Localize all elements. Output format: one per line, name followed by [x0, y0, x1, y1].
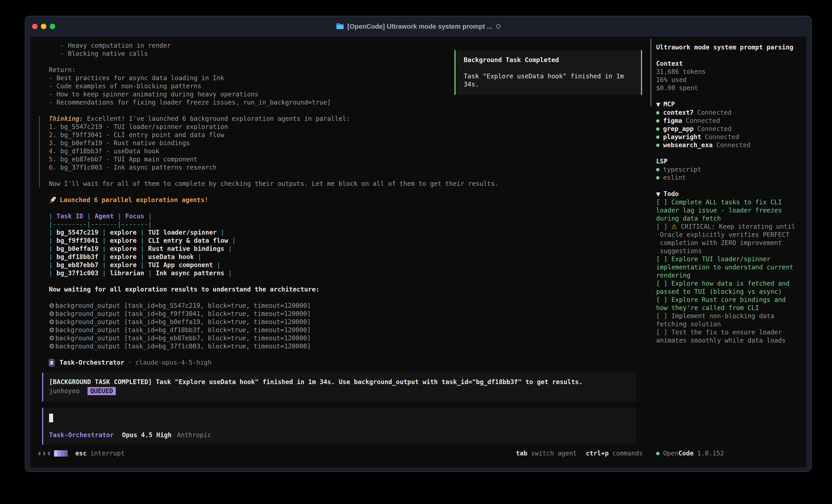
zoom-window-button[interactable] [50, 24, 55, 29]
task-id-cell: bg_eb87ebb7 [56, 261, 98, 269]
tool-name: background_output [55, 342, 120, 350]
brand-code: Code [678, 449, 694, 457]
thinking-item: 4.bg_df18bb3f - useData hook [49, 147, 650, 156]
todo-section: ▼Todo [ ] Complete ALL tasks to fix CLI … [656, 190, 803, 344]
ctrlp-key-hint: ctrl+p [586, 449, 608, 457]
spinner-dot-icon [48, 452, 50, 455]
close-window-button[interactable] [32, 24, 37, 29]
item-text: bg_eb87ebb7 - TUI App main component [60, 156, 198, 163]
table-row: |bg_eb87ebb7|explore|TUI App component| [49, 261, 650, 269]
agents-table: |Task ID|Agent|Focus| |---------|-------… [49, 212, 650, 277]
thinking-outro: Now I'll wait for all of them to complet… [49, 180, 650, 188]
tool-call-row: ⚙background_output[task_id=bg_f9ff3041, … [49, 310, 650, 318]
item-number: 3. [49, 139, 56, 147]
spinner-dot-icon [43, 452, 45, 455]
terminal-area: - Heavy computation in render - Blocking… [30, 36, 806, 468]
tab-key-hint: tab [516, 449, 527, 457]
todo-item: [ ] Explore how data is fetched and pass… [656, 280, 803, 296]
tool-args: [task_id=bg_b0effa19, block=true, timeou… [124, 318, 311, 326]
item-number: 6. [49, 164, 56, 171]
lsp-heading: LSP [656, 158, 803, 166]
focus-cell: CLI entry & data flow [148, 237, 228, 244]
status-dot-icon [656, 128, 659, 131]
queued-badge: QUEUED [87, 387, 116, 395]
mcp-item: websearch_exaConnected [656, 141, 803, 149]
column-header: Task ID [56, 213, 83, 220]
task-id-cell: bg_f9ff3041 [56, 237, 98, 244]
agent-cell: explore [110, 229, 136, 236]
tool-args: [task_id=bg_eb87ebb7, block=true, timeou… [124, 334, 311, 342]
pipe: | [148, 213, 152, 220]
pipe: | [140, 245, 144, 252]
item-number: 5. [49, 156, 56, 163]
todo-item: [ ] Explore TUI loader/spinner implement… [656, 255, 803, 280]
window-title: [OpenCode] Ultrawork mode system prompt … [347, 23, 492, 30]
pipe: | [148, 270, 152, 277]
pipe: | [198, 253, 202, 260]
prompt-input[interactable]: Task-Orchestrator Opus 4.5 High Anthropi… [42, 408, 636, 445]
sidebar: Ultrawork mode system prompt parsing Con… [656, 44, 803, 344]
agent-cell: explore [110, 245, 136, 252]
mcp-status: Connected [697, 125, 732, 133]
mcp-item: context7Connected [656, 109, 803, 117]
tool-args: [task_id=bg_37f1c003, block=true, timeou… [124, 342, 311, 350]
mcp-status: Connected [705, 133, 739, 141]
spinner-dot-icon [38, 452, 41, 455]
pipe: | [102, 237, 106, 244]
mcp-name: context7 [663, 109, 694, 117]
notification-title: Background Task Completed [464, 56, 641, 64]
status-dot-icon [656, 176, 659, 179]
minimize-window-button[interactable] [41, 24, 46, 29]
thinking-item: 5.bg_eb87ebb7 - TUI App main component [49, 156, 650, 164]
folder-icon [336, 23, 344, 30]
mcp-heading: MCP [664, 101, 675, 108]
todo-checkbox: [ ] [656, 223, 671, 230]
gear-icon: ⚙ [49, 334, 54, 342]
item-number: 1. [49, 123, 56, 131]
mcp-name: figma [663, 117, 682, 125]
commands-hint: commands [612, 449, 643, 457]
lsp-item: typescript [656, 166, 803, 174]
mcp-section: ▼MCP context7Connected figmaConnected gr… [656, 100, 803, 149]
tool-name: background_output [55, 334, 120, 342]
pipe: | [140, 237, 144, 244]
title-bar[interactable]: [OpenCode] Ultrawork mode system prompt … [25, 16, 811, 36]
lsp-section: LSP typescript eslint [656, 158, 803, 182]
mcp-name: grep_app [663, 125, 694, 133]
gear-icon: ⚙ [49, 326, 54, 334]
status-dot-icon [656, 111, 659, 114]
gear-icon: ⚙ [49, 342, 54, 350]
rocket-icon [49, 196, 56, 204]
version-number: 1.0.152 [697, 449, 724, 457]
table-row: |bg_b0effa19|explore|Rust native binding… [49, 245, 650, 253]
todo-item: [ ] ⚠ CRITICAL: Keep iterating until Ora… [656, 223, 803, 255]
pipe: | [140, 261, 144, 269]
thinking-label: Thinking: [49, 115, 83, 122]
pipe: | [220, 229, 224, 236]
input-agent-name: Task-Orchestrator [49, 431, 114, 439]
blank-line [49, 172, 650, 180]
tool-call-row: ⚙background_output[task_id=bg_37f1c003, … [49, 342, 650, 351]
context-used: 16% used [656, 76, 803, 84]
agent-avatar-icon [49, 359, 54, 366]
item-text: bg_5547c219 - TUI loader/spinner explora… [60, 123, 228, 131]
tool-name: background_output [55, 318, 120, 326]
gear-icon: ⚙ [49, 310, 54, 317]
tool-call-list: ⚙background_output[task_id=bg_5547c219, … [49, 302, 650, 351]
status-keybinds: tab switch agent ctrl+p commands [516, 449, 643, 458]
mcp-heading-row[interactable]: ▼MCP [656, 100, 803, 109]
thinking-item: 2.bg_f9ff3041 - CLI entry point and data… [49, 131, 650, 139]
input-provider: Anthropic [177, 431, 211, 439]
status-working-indicator: esc interrupt [38, 449, 125, 458]
tool-call-row: ⚙background_output[task_id=bg_5547c219, … [49, 302, 650, 310]
focus-cell: useData hook [148, 253, 194, 260]
thinking-block: Thinking:Excellent! I've launched 6 back… [49, 115, 650, 188]
pipe: | [49, 261, 53, 269]
tool-name: background_output [55, 326, 120, 334]
scrollbar-thumb[interactable] [650, 39, 652, 107]
chevron-down-icon: ▼ [656, 191, 660, 197]
todo-heading-row[interactable]: ▼Todo [656, 190, 803, 198]
item-number: 2. [49, 131, 56, 139]
system-message-box: [BACKGROUND TASK COMPLETED] Task "Explor… [42, 372, 636, 401]
task-id-cell: bg_5547c219 [56, 229, 98, 236]
